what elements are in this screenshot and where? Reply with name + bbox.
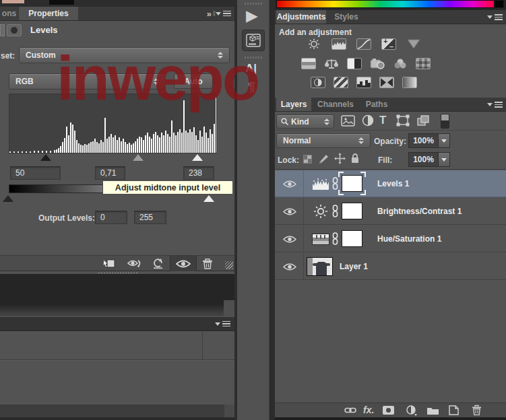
mask-badge-icon[interactable]	[7, 24, 22, 36]
dock-grip[interactable]	[245, 57, 262, 59]
tab-properties[interactable]: Properties	[19, 7, 78, 20]
opacity-value-box[interactable]: 100%	[408, 133, 450, 148]
lock-transparent-icon[interactable]	[303, 155, 312, 164]
spectrum-black-swatch[interactable]	[495, 0, 504, 8]
color-spectrum-bar[interactable]	[276, 0, 495, 8]
clip-to-layer-icon[interactable]	[102, 258, 116, 269]
layer-thumbnail[interactable]	[307, 257, 333, 276]
highlight-input-slider[interactable]	[192, 154, 203, 161]
add-mask-icon[interactable]	[383, 406, 394, 415]
hue-saturation-adjustment-icon[interactable]	[312, 234, 329, 245]
levels-icon[interactable]	[331, 38, 346, 50]
layer-styles-fx-icon[interactable]: fx.	[363, 405, 374, 415]
eye-cell[interactable]	[275, 253, 304, 279]
panel-menu-icon[interactable]	[487, 102, 503, 108]
eye-cell[interactable]	[275, 198, 304, 224]
output-shadow-slider[interactable]	[3, 195, 13, 202]
threshold-icon[interactable]	[356, 77, 371, 88]
filter-toggle-icon[interactable]	[441, 114, 449, 129]
posterize-icon[interactable]	[334, 77, 348, 88]
link-layers-icon[interactable]	[344, 407, 356, 414]
lock-position-icon[interactable]	[334, 153, 346, 164]
panel-menu-icon[interactable]	[215, 321, 230, 327]
channel-mixer-icon[interactable]	[393, 58, 408, 69]
fill-dropdown-arrow-icon[interactable]	[438, 153, 449, 166]
shadow-input-field[interactable]: 50	[10, 166, 61, 180]
layer-row-hue-saturation[interactable]: Hue/Saturation 1	[275, 225, 506, 252]
midtone-input-slider[interactable]	[133, 154, 144, 161]
mask-link-icon[interactable]	[332, 205, 338, 217]
character-panel-icon[interactable]: A|	[245, 62, 257, 75]
visibility-eye-icon[interactable]	[283, 262, 296, 271]
curves-icon[interactable]	[356, 38, 371, 50]
panel-menu-icon[interactable]	[216, 11, 231, 17]
panel-resize-grip[interactable]	[225, 261, 233, 269]
output-high-field[interactable]: 255	[134, 211, 166, 224]
photo-filter-icon[interactable]	[370, 58, 385, 69]
visibility-eye-icon[interactable]	[283, 180, 296, 188]
channel-dropdown[interactable]: RGB	[9, 73, 166, 90]
output-low-field[interactable]: 0	[95, 211, 127, 224]
tab-actions-partial[interactable]: ons	[0, 7, 18, 20]
midtone-input-field[interactable]: 0,71	[95, 166, 125, 180]
reset-icon[interactable]	[152, 258, 164, 269]
layer-row-levels[interactable]: Levels 1	[275, 170, 506, 197]
layer-row-image[interactable]: Layer 1	[275, 253, 506, 280]
tab-adjustments[interactable]: Adjustments	[276, 10, 326, 24]
fill-value-box[interactable]: 100%	[408, 152, 450, 167]
hue-saturation-icon[interactable]	[301, 58, 316, 69]
brightness-contrast-icon[interactable]	[307, 38, 321, 50]
shape-layer-filter-icon[interactable]	[396, 114, 410, 127]
paragraph-panel-icon[interactable]: ¶	[248, 79, 255, 94]
color-lookup-icon[interactable]	[416, 58, 431, 69]
eye-cell[interactable]	[275, 170, 304, 197]
type-layer-filter-icon[interactable]: T	[379, 114, 386, 127]
layer-mask-thumbnail[interactable]	[342, 230, 362, 247]
gradient-map-icon[interactable]	[379, 77, 394, 88]
tab-layers[interactable]: Layers	[276, 98, 311, 111]
actions-play-icon[interactable]: ▶	[246, 8, 258, 24]
layer-row-brightness-contrast[interactable]: Brightness/Contrast 1	[275, 198, 506, 225]
invert-icon[interactable]	[311, 77, 325, 88]
dock-grip[interactable]	[245, 3, 262, 5]
view-previous-state-icon[interactable]	[127, 258, 144, 269]
layer-mask-thumbnail[interactable]	[342, 203, 362, 219]
tab-styles[interactable]: Styles	[327, 10, 365, 24]
new-layer-icon[interactable]	[449, 405, 459, 415]
opacity-dropdown-arrow-icon[interactable]	[438, 134, 449, 147]
filter-kind-dropdown[interactable]: Kind	[276, 114, 334, 129]
tab-channels[interactable]: Channels	[313, 98, 358, 111]
layer-name[interactable]: Hue/Saturation 1	[377, 234, 441, 244]
mask-link-icon[interactable]	[332, 177, 338, 190]
new-adjustment-layer-icon[interactable]	[406, 405, 418, 416]
layer-name[interactable]: Layer 1	[340, 262, 368, 271]
mask-link-icon[interactable]	[332, 232, 338, 245]
preset-dropdown[interactable]: Custom	[19, 47, 230, 63]
smart-object-filter-icon[interactable]	[416, 114, 430, 127]
visibility-eye-button[interactable]	[170, 256, 197, 271]
pixel-layer-filter-icon[interactable]	[341, 115, 355, 127]
visibility-eye-icon[interactable]	[283, 207, 296, 216]
levels-adjustment-icon[interactable]	[312, 177, 329, 190]
color-balance-icon[interactable]	[324, 58, 339, 69]
lock-image-icon[interactable]	[318, 153, 329, 165]
auto-button[interactable]: Auto	[174, 73, 213, 89]
brightness-contrast-adjustment-icon[interactable]	[313, 204, 328, 219]
panel-menu-icon[interactable]	[487, 14, 503, 20]
vibrance-icon[interactable]	[406, 38, 421, 50]
highlight-input-field[interactable]: 238	[183, 166, 214, 180]
properties-panel-icon[interactable]	[242, 30, 265, 51]
collapse-panel-icon[interactable]: »	[207, 9, 212, 19]
tab-paths[interactable]: Paths	[360, 98, 393, 111]
selective-color-icon[interactable]	[402, 77, 417, 88]
black-white-icon[interactable]	[347, 58, 362, 69]
delete-trash-icon[interactable]	[202, 258, 213, 269]
eye-cell[interactable]	[275, 225, 304, 252]
lock-all-icon[interactable]	[350, 153, 360, 164]
output-highlight-slider[interactable]	[203, 195, 214, 202]
visibility-eye-icon[interactable]	[283, 235, 296, 244]
layer-mask-thumbnail[interactable]	[342, 175, 362, 192]
exposure-icon[interactable]: + –	[381, 38, 396, 50]
layer-name[interactable]: Levels 1	[377, 179, 409, 188]
blend-mode-dropdown[interactable]: Normal	[276, 133, 371, 148]
